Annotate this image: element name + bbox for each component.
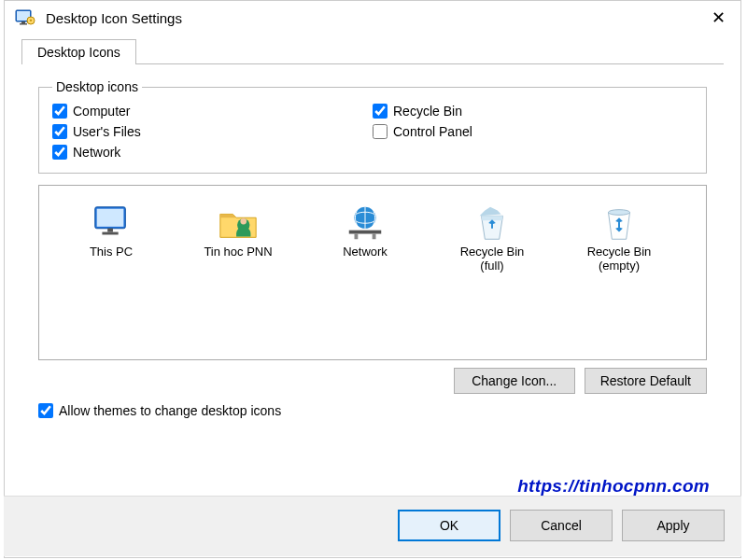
allow-themes-label: Allow themes to change desktop icons: [59, 403, 281, 418]
svg-rect-3: [20, 23, 27, 25]
user-folder-icon: [217, 203, 260, 244]
check-label: Recycle Bin: [393, 104, 462, 119]
svg-point-10: [240, 218, 247, 225]
titlebar: Desktop Icon Settings ✕: [5, 1, 740, 35]
svg-rect-2: [21, 21, 25, 23]
icon-preview-box: This PC Tin hoc PNN: [38, 185, 707, 360]
svg-point-15: [609, 210, 630, 216]
check-label: Network: [73, 145, 120, 160]
check-network[interactable]: Network: [52, 145, 373, 160]
group-legend: Desktop icons: [52, 79, 142, 94]
tab-content: Desktop icons Computer Recycle Bin User'…: [21, 63, 724, 418]
checkbox-users-files[interactable]: [52, 124, 67, 139]
icon-user-folder[interactable]: Tin hoc PNN: [179, 203, 297, 273]
icon-label: Network: [343, 245, 388, 259]
desktop-icons-group: Desktop icons Computer Recycle Bin User'…: [38, 79, 707, 174]
change-icon-button[interactable]: Change Icon...: [454, 368, 575, 394]
tab-strip: Desktop Icons: [21, 38, 724, 63]
dialog-window: Desktop Icon Settings ✕ Desktop Icons De…: [4, 0, 741, 558]
recycle-bin-empty-icon: [598, 203, 641, 244]
icon-label: Tin hoc PNN: [204, 245, 272, 259]
dialog-title: Desktop Icon Settings: [46, 10, 706, 26]
network-globe-icon: [344, 203, 387, 244]
svg-rect-14: [373, 234, 376, 240]
close-icon[interactable]: ✕: [706, 7, 731, 28]
icon-label: Recycle Bin(empty): [587, 245, 652, 273]
tab-desktop-icons[interactable]: Desktop Icons: [21, 39, 136, 64]
icon-label: Recycle Bin(full): [460, 245, 525, 273]
icon-recycle-bin-empty[interactable]: Recycle Bin(empty): [560, 203, 678, 273]
svg-rect-6: [97, 209, 124, 227]
icon-this-pc[interactable]: This PC: [52, 203, 170, 273]
svg-rect-7: [107, 229, 113, 232]
icon-network[interactable]: Network: [306, 203, 424, 273]
icon-button-row: Change Icon... Restore Default: [38, 368, 707, 394]
check-control-panel[interactable]: Control Panel: [373, 124, 693, 139]
recycle-bin-full-icon: [471, 203, 514, 244]
checkbox-control-panel[interactable]: [373, 124, 388, 139]
icon-recycle-bin-full[interactable]: Recycle Bin(full): [433, 203, 551, 273]
restore-default-button[interactable]: Restore Default: [585, 368, 707, 394]
check-label: Computer: [73, 104, 130, 119]
check-recycle-bin[interactable]: Recycle Bin: [373, 104, 693, 119]
ok-button[interactable]: OK: [398, 510, 500, 541]
check-label: User's Files: [73, 124, 141, 139]
checkbox-computer[interactable]: [52, 104, 67, 119]
svg-rect-12: [349, 231, 382, 234]
checkbox-network[interactable]: [52, 145, 67, 160]
icon-label: This PC: [90, 245, 133, 259]
checkbox-allow-themes[interactable]: [38, 403, 53, 418]
checkbox-recycle-bin[interactable]: [373, 104, 388, 119]
checkbox-grid: Computer Recycle Bin User's Files Contro…: [52, 104, 693, 160]
check-computer[interactable]: Computer: [52, 104, 373, 119]
check-users-files[interactable]: User's Files: [52, 124, 373, 139]
monitor-icon: [90, 203, 133, 244]
check-label: Control Panel: [393, 124, 472, 139]
dialog-button-bar: OK Cancel Apply: [4, 496, 741, 556]
watermark-url: https://tinhocpnn.com: [517, 476, 710, 497]
svg-rect-8: [102, 232, 118, 235]
apply-button[interactable]: Apply: [622, 510, 725, 541]
desktop-settings-icon: [14, 7, 36, 29]
cancel-button[interactable]: Cancel: [510, 510, 613, 541]
svg-rect-13: [355, 234, 359, 240]
allow-themes-row[interactable]: Allow themes to change desktop icons: [38, 403, 707, 418]
